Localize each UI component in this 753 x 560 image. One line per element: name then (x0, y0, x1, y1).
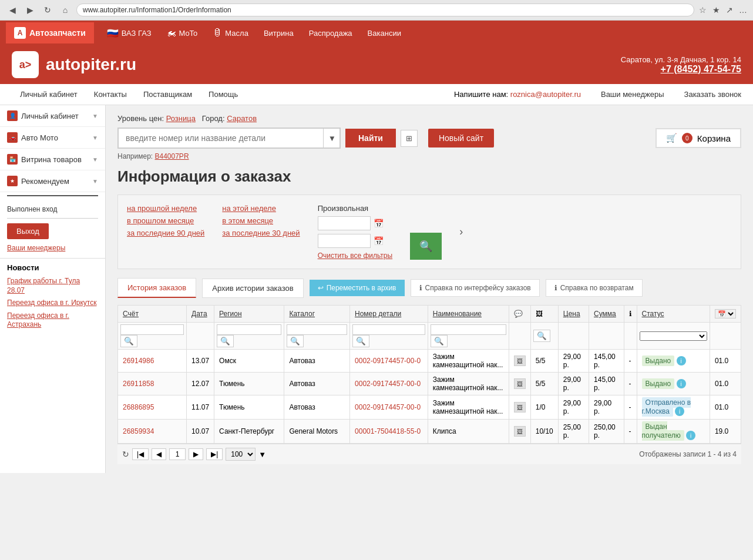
managers-link-sidebar[interactable]: Ваши менеджеры (7, 244, 98, 252)
sidebar-item-vitrina-tovarov[interactable]: 🏪 Витрина товаров ▼ (0, 149, 105, 170)
filter-search-katalog[interactable]: 🔍 (287, 335, 304, 347)
nav-link-help[interactable]: Помощь (200, 84, 246, 105)
order-link-26911858[interactable]: 26911858 (123, 380, 154, 388)
sidebar-item-vakansii[interactable]: Вакансии (361, 25, 408, 41)
comm-icon-1[interactable]: 🖼 (514, 378, 526, 389)
cart-button[interactable]: 🛒 0 Корзина (655, 128, 741, 148)
city-link[interactable]: Саратов (227, 114, 257, 123)
callback-button[interactable]: Заказать звонок (684, 90, 741, 99)
sort-status[interactable]: Статус (642, 310, 664, 318)
filter-search-button[interactable]: 🔍 (410, 233, 442, 260)
filter-date-from[interactable] (318, 216, 371, 230)
sidebar-item-rasprodaja[interactable]: Распродажа (302, 25, 359, 41)
order-link-26886895[interactable]: 26886895 (123, 403, 154, 411)
filter-search-naim[interactable]: 🔍 (431, 335, 448, 347)
brand-item[interactable]: А Автозапчасти (6, 22, 94, 43)
filter-search-region[interactable]: 🔍 (217, 335, 234, 347)
sidebar-item-avto-moto[interactable]: 🚗 Авто Мото ▼ (0, 127, 105, 149)
filter-link-last-month[interactable]: в прошлом месяце (127, 216, 204, 225)
filter-select-status[interactable] (640, 331, 707, 341)
managers-link-top[interactable]: Ваши менеджеры (593, 84, 673, 105)
filter-link-90-days[interactable]: за последние 90 дней (127, 229, 204, 237)
clear-filters-link[interactable]: Очистить все фильтры (318, 252, 393, 260)
sort-nomer[interactable]: Номер детали (355, 310, 401, 318)
extensions-icon[interactable]: ★ (712, 5, 720, 15)
news-item-1[interactable]: График работы г. Тула 28.07 (7, 277, 98, 295)
help-orders-button[interactable]: ℹ Справка по интерфейсу заказов (411, 279, 540, 297)
sidebar-item-masla[interactable]: 🛢 Масла (206, 24, 256, 42)
sidebar-item-moto[interactable]: 🏍 MoTo (160, 24, 205, 42)
forward-button[interactable]: ▶ (23, 4, 36, 16)
order-link-26914986[interactable]: 26914986 (123, 357, 154, 365)
last-page-button[interactable]: ▶| (206, 448, 223, 460)
nav-link-cabinet[interactable]: Личный кабинет (12, 84, 86, 105)
order-nomer-link-3[interactable]: 00001-7504418-55-0 (355, 427, 421, 435)
sidebar-item-vitrina[interactable]: Витрина (257, 25, 301, 41)
order-nomer-link-0[interactable]: 0002-09174457-00-0 (355, 357, 421, 365)
per-page-select[interactable]: 100 50 25 (226, 448, 256, 461)
news-item-2[interactable]: Переезд офиса в г. Иркутск (7, 299, 98, 308)
email-link[interactable]: roznica@autopiter.ru (510, 90, 581, 99)
sidebar-item-rekomenduem[interactable]: ★ Рекомендуем ▼ (0, 170, 105, 192)
next-page-button[interactable]: ▶ (189, 448, 203, 460)
search-input[interactable] (117, 128, 341, 149)
sidebar-item-vaz-gaz[interactable]: 🇷🇺 ВАЗ ГАЗ (100, 24, 159, 42)
help-returns-button[interactable]: ℹ Справка по возвратам (546, 279, 643, 297)
filter-search-schet[interactable]: 🔍 (120, 335, 137, 347)
order-nomer-link-2[interactable]: 0002-09174457-00-0 (355, 403, 421, 411)
filter-link-this-week[interactable]: на этой неделе (222, 204, 300, 213)
refresh-button-pag[interactable]: ↻ (122, 450, 129, 459)
prev-page-button[interactable]: ◀ (152, 448, 166, 460)
move-to-archive-button[interactable]: ↩ Переместить в архив (310, 280, 405, 296)
filter-link-this-month[interactable]: в этом месяце (222, 216, 300, 225)
sort-naim[interactable]: Наименование (433, 310, 482, 318)
filter-calendar-to-button[interactable]: 📅 (374, 236, 384, 246)
nav-link-contacts[interactable]: Контакты (86, 84, 135, 105)
header-phone[interactable]: +7 (8452) 47-54-75 (621, 64, 741, 75)
comm-icon-3[interactable]: 🖼 (514, 426, 526, 437)
col-extra-select[interactable]: 📅 (715, 309, 736, 318)
tab-archive[interactable]: Архив истории заказов (202, 279, 303, 298)
sidebar-item-lichnyi-kabinet[interactable]: 👤 Личный кабинет ▼ (0, 105, 105, 127)
logout-button[interactable]: Выход (7, 223, 49, 239)
filter-link-last-week[interactable]: на прошлой неделе (127, 204, 204, 213)
back-button[interactable]: ◀ (6, 4, 19, 16)
sort-data[interactable]: Дата (191, 310, 207, 318)
status-info-icon-1[interactable]: i (677, 379, 686, 388)
new-site-button[interactable]: Новый сайт (428, 129, 494, 147)
sort-cena[interactable]: Цена (563, 310, 580, 318)
example-link[interactable]: B44007PR (155, 152, 189, 160)
order-nomer-link-1[interactable]: 0002-09174457-00-0 (355, 380, 421, 388)
search-grid-button[interactable]: ⊞ (401, 130, 418, 147)
filter-input-naim[interactable] (431, 324, 506, 335)
comm-icon-0[interactable]: 🖼 (514, 356, 526, 366)
price-type-link[interactable]: Розница (166, 114, 196, 123)
bookmark-icon[interactable]: ☆ (699, 5, 707, 15)
sort-katalog[interactable]: Каталог (289, 310, 315, 318)
filter-input-region[interactable] (217, 324, 281, 335)
first-page-button[interactable]: |◀ (132, 448, 149, 460)
refresh-button[interactable]: ↻ (41, 4, 54, 16)
status-info-icon-3[interactable]: i (686, 431, 695, 440)
tab-history[interactable]: История заказов (117, 278, 196, 298)
news-item-3[interactable]: Переезд офиса в г. Астрахань (7, 311, 98, 330)
filter-link-30-days[interactable]: за последние 30 дней (222, 229, 300, 237)
nav-link-suppliers[interactable]: Поставщикам (135, 84, 200, 105)
share-icon[interactable]: ↗ (726, 5, 733, 15)
filter-date-to[interactable] (318, 234, 371, 248)
sort-schet[interactable]: Счёт (123, 310, 139, 318)
filter-input-nomer[interactable] (352, 324, 425, 335)
comm-icon-2[interactable]: 🖼 (514, 402, 526, 413)
sort-region[interactable]: Регион (219, 310, 242, 318)
status-info-icon-0[interactable]: i (677, 356, 686, 365)
address-bar[interactable] (76, 4, 694, 16)
filter-search-img[interactable]: 🔍 (533, 330, 550, 342)
home-button[interactable]: ⌂ (59, 4, 72, 16)
filter-expand-button[interactable]: › (459, 226, 463, 238)
filter-input-schet[interactable] (120, 324, 184, 335)
filter-search-nomer[interactable]: 🔍 (352, 335, 369, 347)
sort-summa[interactable]: Сумма (594, 310, 616, 318)
status-info-icon-2[interactable]: i (675, 407, 684, 416)
search-button[interactable]: Найти (345, 129, 396, 147)
filter-calendar-from-button[interactable]: 📅 (374, 219, 384, 228)
